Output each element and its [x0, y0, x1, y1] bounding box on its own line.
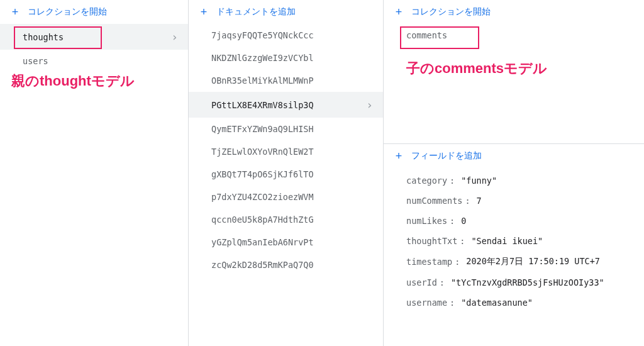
- document-item-label: 7jaqsyFQQTe5YQNckCcc: [211, 30, 373, 40]
- field-row[interactable]: username:"datemasanune": [384, 293, 644, 313]
- document-item-label: NKDZNlGzzgWeI9zVCYbl: [211, 53, 373, 63]
- plus-icon: +: [199, 6, 209, 18]
- field-colon: :: [455, 257, 464, 267]
- field-row[interactable]: category:"funny": [384, 170, 644, 191]
- subcollection-item-label: comments: [406, 30, 634, 40]
- field-colon: :: [465, 196, 474, 206]
- field-value: "datemasanune": [461, 298, 533, 308]
- document-item-label: QymETFxYZWn9aQ9LHISH: [211, 124, 373, 134]
- document-item-label: p7dxYZU4ZCO2zioezWVM: [211, 192, 373, 202]
- documents-list: 7jaqsyFQQTe5YQNckCccNKDZNlGzzgWeI9zVCYbl…: [189, 24, 383, 276]
- start-collection-button[interactable]: + コレクションを開始: [0, 0, 188, 24]
- field-key: username: [406, 298, 447, 308]
- field-key: numLikes: [406, 216, 447, 226]
- field-colon: :: [450, 176, 458, 186]
- field-row[interactable]: numComments:7: [384, 191, 644, 211]
- document-item[interactable]: 7jaqsyFQQTe5YQNckCcc: [189, 24, 383, 47]
- document-item[interactable]: zcQw2kD28d5RmKPaQ7Q0: [189, 254, 383, 276]
- field-key: thoughtTxt: [406, 236, 457, 246]
- document-item[interactable]: NKDZNlGzzgWeI9zVCYbl: [189, 47, 383, 69]
- chevron-right-icon: ›: [362, 98, 373, 111]
- start-subcollection-button[interactable]: + コレクションを開始: [384, 0, 644, 24]
- document-item-label: gXBQt7T4pO6SjKJf6lTO: [211, 169, 373, 179]
- field-colon: :: [460, 236, 469, 246]
- chevron-right-icon: ›: [167, 30, 178, 43]
- field-value: 2020年2月7日 17:50:19 UTC+7: [466, 256, 600, 267]
- start-subcollection-label: コレクションを開始: [411, 6, 491, 18]
- field-colon: :: [450, 216, 458, 226]
- document-item-label: qccn0eU5k8pA7HdthZtG: [211, 215, 373, 225]
- field-key: userId: [406, 277, 437, 287]
- field-row[interactable]: timestamp:2020年2月7日 17:50:19 UTC+7: [384, 251, 644, 272]
- document-item-label: zcQw2kD28d5RmKPaQ7Q0: [211, 260, 373, 270]
- document-item[interactable]: yGZplQm5anIebA6NrvPt: [189, 231, 383, 254]
- plus-icon: +: [10, 6, 20, 18]
- fields-list: category:"funny"numComments:7numLikes:0t…: [384, 168, 644, 315]
- collections-panel: + コレクションを開始 thoughts›users 親のthoughtモデル: [0, 0, 189, 346]
- document-item[interactable]: TjZELwlOXYoVRnQlEW2T: [189, 140, 383, 163]
- plus-icon: +: [394, 150, 404, 162]
- document-item[interactable]: qccn0eU5k8pA7HdthZtG: [189, 208, 383, 231]
- document-item[interactable]: OBnR35elMiYkAlMLMWnP: [189, 69, 383, 92]
- field-value: 7: [477, 196, 482, 206]
- field-value: 0: [461, 216, 466, 226]
- field-value: "tYcTnzvXgdRRBD5sjFsHUzOOIy33": [451, 277, 604, 287]
- add-field-button[interactable]: + フィールドを追加: [384, 144, 644, 168]
- document-item[interactable]: PGttLX8E4XRmV8silp3Q›: [189, 92, 383, 118]
- add-document-button[interactable]: + ドキュメントを追加: [189, 0, 383, 24]
- annotation-text-parent: 親のthoughtモデル: [11, 72, 135, 91]
- document-item[interactable]: p7dxYZU4ZCO2zioezWVM: [189, 186, 383, 208]
- add-document-label: ドキュメントを追加: [216, 6, 296, 18]
- collection-item[interactable]: users: [0, 50, 188, 72]
- document-item-label: PGttLX8E4XRmV8silp3Q: [211, 100, 362, 110]
- document-item-label: TjZELwlOXYoVRnQlEW2T: [211, 147, 373, 157]
- document-detail-panel: + コレクションを開始 comments 子のcommentsモデル + フィー…: [384, 0, 644, 346]
- document-item-label: yGZplQm5anIebA6NrvPt: [211, 237, 373, 247]
- field-row[interactable]: userId:"tYcTnzvXgdRRBD5sjFsHUzOOIy33": [384, 272, 644, 293]
- add-field-label: フィールドを追加: [411, 150, 482, 162]
- document-item-label: OBnR35elMiYkAlMLMWnP: [211, 75, 373, 86]
- plus-icon: +: [394, 6, 404, 18]
- subcollection-item[interactable]: comments: [384, 24, 644, 47]
- collection-item-label: users: [23, 56, 178, 66]
- field-key: numComments: [406, 196, 462, 206]
- field-value: "Sendai ikuei": [471, 236, 543, 246]
- field-key: category: [406, 176, 447, 186]
- field-row[interactable]: numLikes:0: [384, 211, 644, 231]
- field-value: "funny": [461, 176, 497, 186]
- collection-item[interactable]: thoughts›: [0, 24, 188, 50]
- field-colon: :: [450, 298, 458, 308]
- document-item[interactable]: QymETFxYZWn9aQ9LHISH: [189, 118, 383, 140]
- start-collection-label: コレクションを開始: [28, 6, 107, 18]
- subcollections-list: comments: [384, 24, 644, 143]
- field-row[interactable]: thoughtTxt:"Sendai ikuei": [384, 231, 644, 251]
- field-colon: :: [440, 277, 448, 287]
- collection-item-label: thoughts: [23, 32, 167, 42]
- document-item[interactable]: gXBQt7T4pO6SjKJf6lTO: [189, 163, 383, 186]
- documents-panel: + ドキュメントを追加 7jaqsyFQQTe5YQNckCccNKDZNlGz…: [189, 0, 384, 346]
- collections-list: thoughts›users: [0, 24, 188, 72]
- field-key: timestamp: [406, 257, 452, 267]
